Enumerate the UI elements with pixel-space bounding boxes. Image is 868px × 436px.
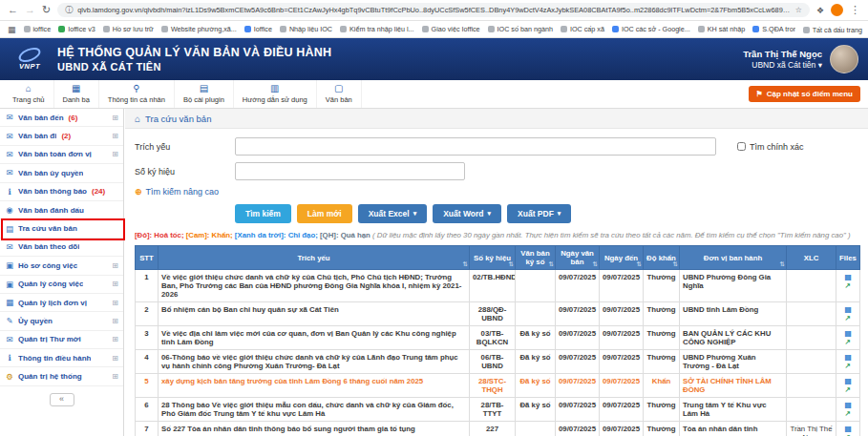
sort-icon[interactable]: ⇅ [509, 260, 514, 268]
table-row[interactable]: 7 Số 227 Tòa án nhân dân tỉnh thông báo … [136, 422, 860, 436]
summary-input[interactable] [235, 137, 716, 156]
table-row-urgent[interactable]: 5 xây dựng kịch bản tăng trưởng của tỉnh… [136, 374, 860, 398]
browser-profile-avatar[interactable] [831, 4, 843, 16]
file-share-icon[interactable]: ↗ [839, 338, 857, 346]
update-menu-button[interactable]: ⚑ Cập nhật số điểm menu [749, 86, 860, 102]
sort-icon[interactable]: ⇅ [637, 260, 642, 268]
address-bar[interactable]: ⓘ qlvb.lamdong.gov.vn/qlvbdh/main?izL1Ds… [57, 3, 810, 17]
col-van-ban-ky-so[interactable]: Văn bản ký số⇅ [516, 246, 556, 270]
expand-icon[interactable]: ⊞ [112, 299, 118, 307]
bookmark-item[interactable]: IOC cấp xã [561, 25, 604, 33]
sidebar-collapse-button[interactable]: « [50, 393, 74, 406]
col-so-ky-hieu[interactable]: Số ký hiệu⇅ [470, 246, 516, 270]
nav-item-profile[interactable]: ⚲ Thông tin cá nhân [99, 80, 175, 108]
table-row[interactable]: 3 Về việc địa chỉ làm việc mới của cơ qu… [136, 326, 860, 350]
export-excel-button[interactable]: Xuất Excel▾ [358, 204, 428, 223]
expand-icon[interactable]: ⊞ [112, 261, 118, 270]
export-pdf-button[interactable]: Xuất PDF▾ [507, 204, 571, 223]
cell-trich-yeu[interactable]: 06-Thông báo về việc giới thiệu chức dan… [159, 350, 470, 374]
expand-icon[interactable]: ⊞ [112, 114, 118, 122]
file-doc-icon[interactable]: ▤ [839, 401, 857, 409]
cell-trich-yeu[interactable]: 28 Thông báo Về việc giới thiệu mẫu con … [159, 398, 470, 422]
cell-trich-yeu[interactable]: Số 227 Tòa án nhân dân tỉnh thông báo bổ… [159, 422, 470, 436]
sidebar-item-tra-cuu-van-ban[interactable]: ▤Tra cứu văn bản [0, 219, 123, 238]
nav-item-plugin[interactable]: ▤ Bộ cài plugin [175, 80, 234, 108]
file-doc-icon[interactable]: ▤ [839, 425, 857, 433]
sidebar-item-quan-tri-thu-moi[interactable]: ✉Quản trị Thư mời⊞ [0, 331, 123, 349]
sidebar-item-van-ban-toan-don-vi[interactable]: ✉Văn bản toàn đơn vị⊞ [0, 146, 123, 164]
bookmark-item[interactable]: ioffice [24, 25, 52, 33]
file-doc-icon[interactable]: ▤ [839, 377, 857, 385]
file-doc-icon[interactable]: ▤ [839, 329, 857, 338]
sidebar-item-uy-quyen[interactable]: ✎Ủy quyền⊞ [0, 312, 123, 330]
search-button[interactable]: Tìm kiếm [235, 204, 291, 223]
expand-icon[interactable]: ⊞ [112, 132, 118, 140]
cell-trich-yeu[interactable]: Về việc giới thiệu chức danh và chữ ký c… [159, 270, 470, 302]
table-row[interactable]: 4 06-Thông báo về việc giới thiệu chức d… [136, 350, 860, 374]
sidebar-item-thong-tin-dieu-hanh[interactable]: ℹThông tin điều hành⊞ [0, 349, 123, 367]
file-doc-icon[interactable]: ▤ [839, 273, 857, 281]
sidebar-item-van-ban-theo-doi[interactable]: ✉Văn bản theo dõi [0, 239, 123, 257]
sidebar-item-van-ban-danh-dau[interactable]: ◉Văn bản đánh dấu [0, 201, 123, 219]
nav-item-home[interactable]: ⌂ Trang chủ [4, 80, 54, 108]
expand-icon[interactable]: ⊞ [112, 317, 118, 325]
exact-search-option[interactable]: Tìm chính xác [737, 142, 804, 152]
reset-button[interactable]: Làm mới [297, 204, 352, 223]
col-do-khan[interactable]: Độ khẩn⇅ [644, 246, 680, 270]
bookmark-item[interactable]: Nhập liệu IOC [280, 25, 332, 33]
file-doc-icon[interactable]: ▤ [839, 353, 857, 362]
sidebar-item-quan-tri-he-thong[interactable]: ⚙Quản trị hệ thống⊞ [0, 367, 123, 385]
table-row[interactable]: 6 28 Thông báo Về việc giới thiệu mẫu co… [136, 398, 860, 422]
sort-icon[interactable]: ⇅ [549, 260, 554, 268]
cell-trich-yeu[interactable]: Bổ nhiệm cán bộ Ban chỉ huy quân sự xã C… [159, 302, 470, 326]
cell-trich-yeu[interactable]: Về việc địa chỉ làm việc mới của cơ quan… [159, 326, 470, 350]
symbol-input[interactable] [235, 162, 465, 180]
col-don-vi-ban-hanh[interactable]: Đơn vị ban hành⇅ [680, 246, 787, 270]
browser-menu-icon[interactable]: ⋮ [850, 5, 860, 15]
table-row[interactable]: 2 Bổ nhiệm cán bộ Ban chỉ huy quân sự xã… [136, 302, 860, 326]
file-share-icon[interactable]: ↗ [839, 314, 857, 322]
expand-icon[interactable]: ⊞ [112, 280, 118, 288]
sidebar-item-van-ban-di[interactable]: ✉Văn bản đi(2)⊞ [0, 127, 123, 145]
file-share-icon[interactable]: ↗ [839, 281, 857, 290]
all-bookmarks-button[interactable]: Tất cả dấu trang [795, 21, 862, 38]
bookmark-star-icon[interactable]: ☆ [795, 6, 802, 14]
bookmark-item[interactable]: IOC số ban ngành [488, 25, 553, 33]
sort-icon[interactable]: ⇅ [463, 260, 468, 268]
exact-search-checkbox[interactable] [737, 142, 746, 151]
expand-icon[interactable]: ⊞ [112, 335, 118, 343]
sidebar-item-van-ban-den[interactable]: ✉Văn bản đến(6)⊞ [0, 109, 123, 127]
reload-icon[interactable]: ↻ [42, 5, 51, 15]
apps-grid-icon[interactable]: ▦ [8, 25, 16, 34]
sidebar-item-van-ban-uy-quyen[interactable]: ✉Văn bản ủy quyền [0, 164, 123, 182]
site-info-icon[interactable]: ⓘ [65, 5, 73, 15]
sidebar-item-ho-so-cong-viec[interactable]: ▣Hồ sơ công việc⊞ [0, 257, 123, 275]
bookmark-item[interactable]: Ioffice [244, 25, 272, 33]
file-doc-icon[interactable]: ▤ [839, 305, 857, 314]
sort-icon[interactable]: ⇅ [593, 260, 598, 268]
bookmark-item[interactable]: Giao việc Ioffice [422, 25, 480, 33]
user-menu[interactable]: Trần Thị Thế Ngọc UBND xã Cát tiên ▾ [743, 45, 858, 73]
col-ngay-den[interactable]: Ngày đến⇅ [600, 246, 644, 270]
export-word-button[interactable]: Xuất Word▾ [433, 204, 501, 223]
file-share-icon[interactable]: ↗ [839, 385, 857, 394]
bookmark-item[interactable]: Kiểm tra nhập liệu l... [340, 25, 414, 33]
sidebar-item-van-ban-thong-bao[interactable]: ℹVăn bản thông báo(24) [0, 183, 123, 201]
back-icon[interactable]: ← [8, 5, 18, 15]
sidebar-item-quan-ly-cong-viec[interactable]: ▣Quản lý công việc⊞ [0, 276, 123, 294]
sidebar-item-quan-ly-lich-don-vi[interactable]: ▦Quản lý lịch đơn vị⊞ [0, 294, 123, 312]
sort-icon[interactable]: ⇅ [673, 260, 678, 268]
file-share-icon[interactable]: ↗ [839, 362, 857, 370]
bookmark-item[interactable]: KH sát nhập [698, 25, 746, 33]
bookmark-item[interactable]: IOC các sở - Google... [612, 25, 690, 33]
user-avatar[interactable] [830, 45, 858, 73]
bookmark-item[interactable]: Website phường,xã... [161, 25, 237, 33]
cell-trich-yeu[interactable]: xây dựng kịch bản tăng trưởng của tỉnh L… [159, 374, 470, 398]
bookmark-item[interactable]: Ioffice v3 [58, 25, 95, 33]
col-ngay-van-ban[interactable]: Ngày văn bản⇅ [556, 246, 600, 270]
forward-icon[interactable]: → [25, 5, 35, 15]
file-share-icon[interactable]: ↗ [839, 409, 857, 418]
expand-icon[interactable]: ⊞ [112, 354, 118, 363]
expand-icon[interactable]: ⊞ [112, 150, 118, 158]
expand-icon[interactable]: ⊞ [112, 372, 118, 381]
